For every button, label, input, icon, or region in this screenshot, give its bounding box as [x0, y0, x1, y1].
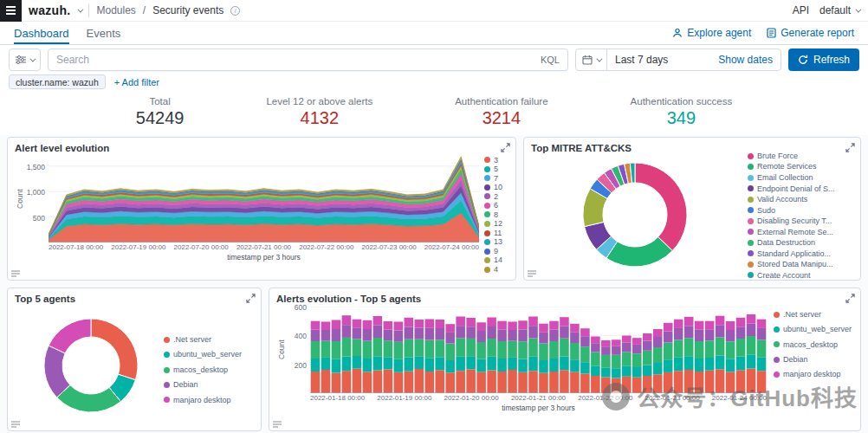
expand-icon[interactable] [501, 143, 510, 152]
filter-pill-cluster-name[interactable]: cluster.name: wazuh [9, 74, 106, 89]
stat-value[interactable]: 4132 [266, 108, 372, 128]
legend-item[interactable]: manjaro desktop [164, 396, 254, 404]
legend-item[interactable]: 5 [484, 165, 508, 174]
stat-label: Level 12 or above alerts [266, 96, 372, 107]
legend-item[interactable]: Sudo [748, 206, 853, 215]
time-range-value[interactable]: Last 7 days [607, 54, 676, 66]
legend-label: Standard Applicatio... [757, 249, 831, 258]
stacked-bar-chart[interactable] [310, 307, 767, 393]
10-legend-dot [484, 184, 490, 191]
legend-item[interactable]: 2 [484, 192, 508, 201]
Standard Applicatio...-legend-dot [748, 250, 754, 256]
legend-label: Disabling Security T... [757, 216, 832, 225]
legend-label: 6 [494, 202, 498, 210]
legend-item[interactable]: 3 [484, 156, 508, 165]
index-pattern-value: default [819, 4, 851, 16]
legend-item[interactable]: 8 [484, 210, 508, 219]
show-dates-button[interactable]: Show dates [710, 54, 781, 66]
expand-icon[interactable] [845, 294, 855, 303]
legend-label: Email Collection [757, 173, 813, 182]
legend-item[interactable]: 9 [484, 247, 508, 255]
legend-label: macos_desktop [783, 340, 838, 349]
area-chart[interactable] [49, 156, 479, 242]
13-legend-dot [484, 239, 490, 245]
legend-toggle-icon[interactable] [528, 270, 536, 277]
panel-title: Alert level evolution [15, 143, 508, 153]
legend-item[interactable]: Standard Applicatio... [748, 249, 853, 258]
tab-events[interactable]: Events [87, 22, 121, 44]
agents-donut-chart[interactable] [39, 313, 143, 417]
Data Destruction-legend-dot [748, 240, 754, 246]
stat-value[interactable]: 3214 [455, 108, 547, 128]
x-tick-label: 2022-01-24 00:00 [712, 394, 767, 402]
x-tick-label: 2022-01-22 00:00 [578, 394, 632, 402]
legend-item[interactable]: ubuntu_web_server [774, 325, 853, 333]
Debian-legend-dot [774, 357, 780, 363]
breadcrumb-section[interactable]: Modules [96, 4, 135, 16]
legend-toggle-icon[interactable] [273, 421, 282, 428]
legend-toggle-icon[interactable] [11, 421, 20, 428]
3-legend-dot [484, 157, 490, 163]
legend-item[interactable]: Data Destruction [748, 238, 853, 247]
legend-item[interactable]: Email Collection [748, 173, 853, 182]
legend-label: Data Destruction [757, 238, 815, 247]
kql-toggle[interactable]: KQL [535, 55, 560, 65]
legend-item[interactable]: .Net server [774, 310, 853, 319]
External Remote Se...-legend-dot [748, 229, 754, 235]
legend-label: 7 [494, 174, 498, 183]
legend-item[interactable]: macos_desktop [774, 340, 853, 349]
y-tick-label: 400 [295, 332, 307, 340]
legend-item[interactable]: 14 [484, 256, 508, 265]
legend-item[interactable]: 6 [484, 202, 508, 210]
hamburger-menu-icon[interactable] [0, 0, 22, 22]
expand-icon[interactable] [845, 143, 855, 152]
info-icon[interactable]: i [230, 6, 240, 16]
legend-item[interactable]: manjaro desktop [774, 370, 853, 378]
stat-value[interactable]: 54249 [136, 108, 185, 128]
tab-dashboard[interactable]: Dashboard [14, 22, 69, 44]
index-pattern-select[interactable]: default [819, 4, 859, 16]
calendar-menu-button[interactable] [576, 49, 607, 70]
search-input[interactable] [56, 54, 535, 66]
explore-agent-button[interactable]: Explore agent [672, 27, 751, 39]
legend-item[interactable]: .Net server [164, 335, 254, 344]
legend-item[interactable]: macos_desktop [164, 365, 254, 374]
legend-item[interactable]: 4 [484, 265, 508, 274]
x-tick-label: 2022-01-19 00:00 [377, 394, 431, 402]
legend-item[interactable]: ubuntu_web_server [164, 350, 254, 359]
legend-item[interactable]: 13 [484, 238, 508, 247]
y-tick-label: 1,000 [27, 188, 45, 197]
legend-item[interactable]: Debian [774, 355, 853, 364]
wazuh-logo[interactable]: wazuh. [29, 3, 70, 17]
refresh-button[interactable]: Refresh [788, 48, 859, 71]
.Net server-legend-dot [164, 337, 170, 343]
legend-item[interactable]: Valid Accounts [748, 195, 853, 204]
legend-item[interactable]: 12 [484, 220, 508, 229]
stat-value[interactable]: 349 [631, 108, 733, 128]
generate-report-button[interactable]: Generate report [767, 27, 854, 39]
legend-item[interactable]: 10 [484, 184, 508, 192]
y-axis-ticks: 5001,0001,500 [24, 156, 49, 242]
chevron-down-icon[interactable] [78, 6, 84, 12]
legend-label: 4 [494, 265, 498, 274]
legend-item[interactable]: Debian [164, 380, 254, 389]
legend-item[interactable]: Create Account [748, 271, 853, 280]
add-filter-button[interactable]: + Add filter [114, 77, 159, 87]
legend-item[interactable]: External Remote Se... [748, 228, 853, 236]
legend-item[interactable]: Endpoint Denial of S... [748, 184, 853, 193]
legend-item[interactable]: Stored Data Manipu... [748, 260, 853, 268]
saved-query-menu-button[interactable] [9, 48, 41, 71]
legend-item[interactable]: 7 [484, 174, 508, 183]
api-label[interactable]: API [793, 4, 809, 16]
report-icon [767, 28, 776, 38]
expand-icon[interactable] [246, 294, 256, 303]
legend-toggle-icon[interactable] [11, 270, 20, 277]
stat-label: Authentication failure [455, 96, 547, 107]
legend-item[interactable]: Brute Force [748, 152, 853, 160]
legend-item[interactable]: 11 [484, 229, 508, 237]
legend-item[interactable]: Remote Services [748, 162, 853, 171]
legend-item[interactable]: Disabling Security T... [748, 216, 853, 225]
legend-label: 14 [494, 256, 502, 265]
.Net server-legend-dot [774, 312, 780, 318]
mitre-donut-chart[interactable] [576, 156, 694, 274]
